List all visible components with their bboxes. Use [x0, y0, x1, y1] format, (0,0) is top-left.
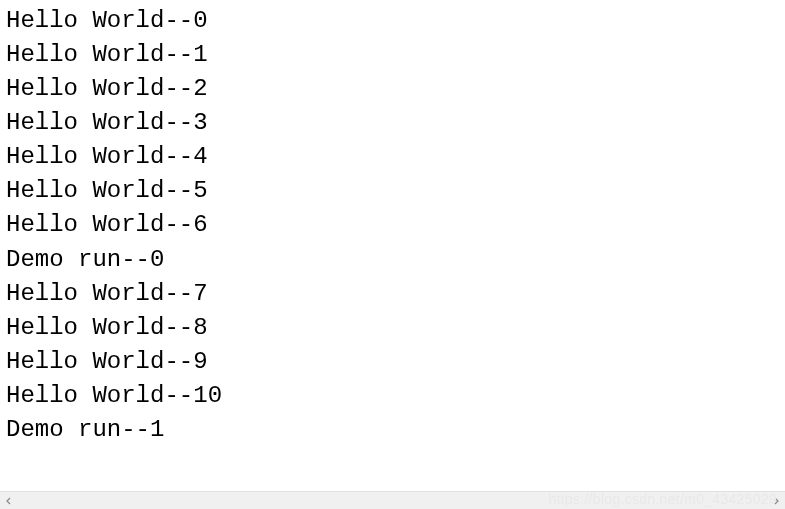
console-line: Hello World--6 — [6, 208, 779, 242]
console-line: Demo run--1 — [6, 413, 779, 447]
console-output: Hello World--0 Hello World--1 Hello Worl… — [0, 0, 785, 489]
console-line: Demo run--0 — [6, 243, 779, 277]
scroll-right-arrow-icon[interactable] — [767, 492, 785, 510]
horizontal-scrollbar[interactable] — [0, 491, 785, 509]
console-line: Hello World--2 — [6, 72, 779, 106]
console-line: Hello World--9 — [6, 345, 779, 379]
console-line: Hello World--10 — [6, 379, 779, 413]
console-line: Hello World--1 — [6, 38, 779, 72]
console-line: Hello World--3 — [6, 106, 779, 140]
console-line: Hello World--4 — [6, 140, 779, 174]
scrollbar-track[interactable] — [18, 492, 767, 509]
console-line: Hello World--0 — [6, 4, 779, 38]
console-line: Hello World--7 — [6, 277, 779, 311]
console-line: Hello World--5 — [6, 174, 779, 208]
console-line: Hello World--8 — [6, 311, 779, 345]
scroll-left-arrow-icon[interactable] — [0, 492, 18, 510]
